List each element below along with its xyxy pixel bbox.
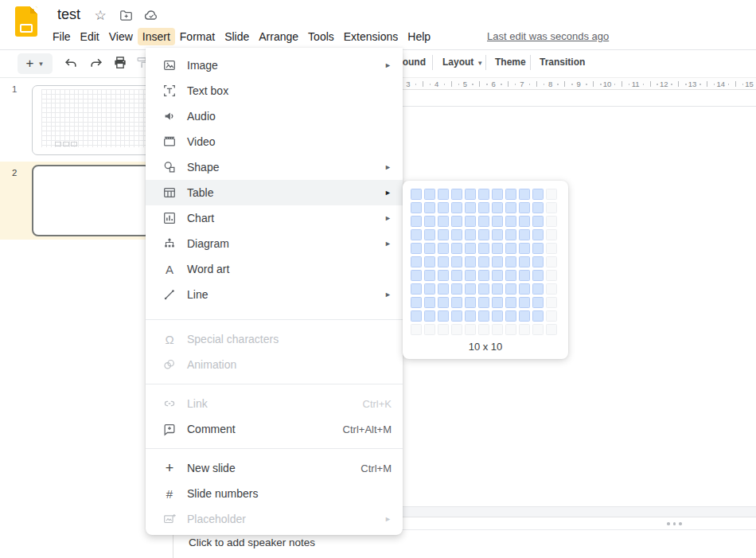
table-grid-cell[interactable] [465, 216, 476, 227]
table-grid-cell[interactable] [451, 189, 462, 200]
table-grid-cell[interactable] [438, 243, 449, 254]
table-grid-cell[interactable] [519, 189, 530, 200]
table-grid-cell[interactable] [465, 283, 476, 295]
table-grid-cell[interactable] [424, 256, 435, 267]
table-grid-cell[interactable] [465, 229, 476, 240]
table-grid-cell[interactable] [519, 270, 530, 281]
new-slide-button[interactable]: + ▼ [18, 53, 53, 74]
table-grid-cell[interactable] [546, 324, 557, 335]
table-grid-cell[interactable] [411, 243, 422, 254]
table-grid-cell[interactable] [492, 297, 503, 308]
table-grid-cell[interactable] [465, 297, 476, 308]
menu-item-shape[interactable]: Shape► [146, 154, 403, 180]
table-grid-cell[interactable] [519, 202, 530, 213]
table-grid-cell[interactable] [532, 310, 544, 322]
table-grid-cell[interactable] [438, 216, 449, 227]
table-grid-cell[interactable] [505, 216, 516, 227]
menu-item-comment[interactable]: CommentCtrl+Alt+M [146, 416, 403, 442]
table-grid-cell[interactable] [532, 216, 544, 227]
menu-edit[interactable]: Edit [76, 28, 104, 45]
table-grid-cell[interactable] [451, 270, 462, 281]
table-grid-cell[interactable] [546, 189, 557, 200]
table-grid-cell[interactable] [451, 202, 462, 213]
table-grid-cell[interactable] [532, 229, 544, 240]
table-grid-cell[interactable] [438, 283, 449, 295]
print-button[interactable] [110, 53, 131, 73]
menu-view[interactable]: View [104, 28, 138, 45]
menu-format[interactable]: Format [175, 28, 220, 45]
table-grid-cell[interactable] [492, 243, 503, 254]
table-grid-cell[interactable] [519, 256, 530, 267]
table-grid-cell[interactable] [411, 310, 422, 322]
transition-button[interactable]: Transition [540, 57, 585, 68]
menu-item-new-slide[interactable]: +New slideCtrl+M [146, 455, 403, 481]
table-grid-cell[interactable] [438, 310, 449, 322]
table-grid-cell[interactable] [505, 324, 516, 335]
menu-extensions[interactable]: Extensions [339, 28, 403, 45]
table-grid-cell[interactable] [478, 202, 489, 213]
menu-item-audio[interactable]: Audio [146, 103, 403, 129]
table-grid-cell[interactable] [465, 189, 476, 200]
table-grid-cell[interactable] [505, 297, 516, 308]
table-grid-cell[interactable] [451, 297, 462, 308]
table-grid-cell[interactable] [546, 202, 557, 213]
table-grid-cell[interactable] [465, 256, 476, 267]
table-grid-cell[interactable] [424, 310, 435, 322]
table-grid-cell[interactable] [438, 324, 449, 335]
star-icon[interactable]: ☆ [92, 7, 108, 23]
table-grid-cell[interactable] [532, 297, 544, 308]
table-grid-cell[interactable] [546, 256, 557, 267]
table-grid-cell[interactable] [505, 256, 516, 267]
slides-logo-icon[interactable] [15, 6, 37, 37]
theme-button[interactable]: Theme [495, 57, 526, 68]
table-grid-cell[interactable] [492, 270, 503, 281]
table-grid-cell[interactable] [532, 324, 544, 335]
table-grid-cell[interactable] [438, 202, 449, 213]
table-grid-cell[interactable] [411, 189, 422, 200]
table-grid-cell[interactable] [478, 229, 489, 240]
table-grid-cell[interactable] [451, 324, 462, 335]
table-grid-cell[interactable] [411, 216, 422, 227]
table-grid-cell[interactable] [505, 310, 516, 322]
table-grid-cell[interactable] [478, 310, 489, 322]
table-grid-cell[interactable] [519, 283, 530, 295]
table-grid-cell[interactable] [519, 216, 530, 227]
table-grid-cell[interactable] [465, 324, 476, 335]
table-grid-cell[interactable] [505, 229, 516, 240]
last-edit-link[interactable]: Last edit was seconds ago [487, 30, 609, 42]
table-grid-cell[interactable] [478, 243, 489, 254]
table-grid-cell[interactable] [505, 270, 516, 281]
table-grid-cell[interactable] [451, 283, 462, 295]
table-grid-cell[interactable] [411, 229, 422, 240]
table-grid-cell[interactable] [451, 310, 462, 322]
cloud-saved-icon[interactable] [143, 7, 159, 23]
menu-file[interactable]: File [48, 28, 76, 45]
table-grid-cell[interactable] [451, 229, 462, 240]
table-grid-cell[interactable] [424, 297, 435, 308]
table-grid-cell[interactable] [424, 189, 435, 200]
drag-handle-icon[interactable] [667, 522, 682, 525]
table-grid-cell[interactable] [505, 283, 516, 295]
menu-item-table[interactable]: Table► [146, 180, 403, 205]
menu-arrange[interactable]: Arrange [254, 28, 303, 45]
menu-item-video[interactable]: Video [146, 129, 403, 154]
menu-item-image[interactable]: Image► [146, 53, 403, 78]
table-grid-cell[interactable] [424, 270, 435, 281]
table-grid-cell[interactable] [546, 297, 557, 308]
move-folder-icon[interactable] [118, 7, 134, 23]
table-grid-cell[interactable] [505, 202, 516, 213]
table-grid-cell[interactable] [519, 310, 530, 322]
speaker-notes-placeholder[interactable]: Click to add speaker notes [189, 537, 315, 548]
table-grid-cell[interactable] [546, 216, 557, 227]
table-grid-cell[interactable] [411, 324, 422, 335]
table-grid-cell[interactable] [451, 243, 462, 254]
table-grid-cell[interactable] [411, 283, 422, 295]
table-grid-cell[interactable] [411, 297, 422, 308]
menu-slide[interactable]: Slide [220, 28, 254, 45]
table-grid-cell[interactable] [478, 283, 489, 295]
redo-button[interactable] [86, 53, 107, 73]
menu-insert[interactable]: Insert [138, 28, 175, 45]
table-grid-cell[interactable] [478, 270, 489, 281]
menu-item-text-box[interactable]: Text box [146, 78, 403, 103]
table-grid-cell[interactable] [451, 216, 462, 227]
